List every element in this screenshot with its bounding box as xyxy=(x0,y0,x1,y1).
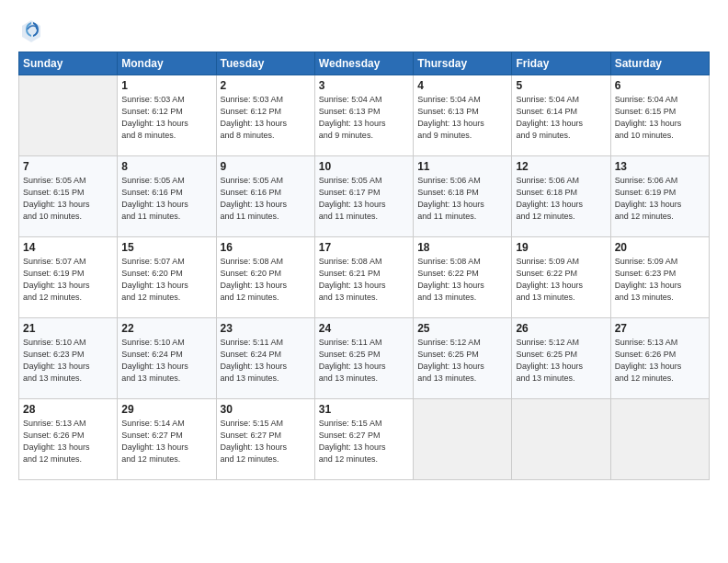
day-number: 19 xyxy=(516,241,606,254)
calendar-cell: 2Sunrise: 5:03 AMSunset: 6:12 PMDaylight… xyxy=(216,75,314,156)
calendar-cell: 23Sunrise: 5:11 AMSunset: 6:24 PMDayligh… xyxy=(216,318,314,399)
day-info: Sunrise: 5:05 AMSunset: 6:16 PMDaylight:… xyxy=(221,175,311,223)
calendar-cell: 4Sunrise: 5:04 AMSunset: 6:13 PMDaylight… xyxy=(414,75,512,156)
day-number: 16 xyxy=(221,241,311,254)
day-number: 31 xyxy=(319,403,409,416)
calendar-cell: 7Sunrise: 5:05 AMSunset: 6:15 PMDaylight… xyxy=(19,156,118,237)
day-info: Sunrise: 5:03 AMSunset: 6:12 PMDaylight:… xyxy=(121,94,211,142)
day-number: 7 xyxy=(23,160,113,173)
day-info: Sunrise: 5:05 AMSunset: 6:17 PMDaylight:… xyxy=(319,175,409,223)
calendar-cell: 3Sunrise: 5:04 AMSunset: 6:13 PMDaylight… xyxy=(314,75,413,156)
calendar-header-monday: Monday xyxy=(118,52,216,75)
day-number: 29 xyxy=(121,403,211,416)
day-number: 3 xyxy=(319,79,409,92)
calendar-header-wednesday: Wednesday xyxy=(314,52,413,75)
day-number: 26 xyxy=(516,322,606,335)
day-info: Sunrise: 5:04 AMSunset: 6:15 PMDaylight:… xyxy=(615,94,705,142)
day-info: Sunrise: 5:04 AMSunset: 6:13 PMDaylight:… xyxy=(417,94,507,142)
day-info: Sunrise: 5:15 AMSunset: 6:27 PMDaylight:… xyxy=(319,418,409,465)
day-info: Sunrise: 5:06 AMSunset: 6:18 PMDaylight:… xyxy=(417,175,507,223)
day-number: 10 xyxy=(319,160,409,173)
calendar-cell: 18Sunrise: 5:08 AMSunset: 6:22 PMDayligh… xyxy=(414,237,512,318)
calendar-cell xyxy=(414,399,512,480)
logo-icon xyxy=(18,17,44,42)
day-number: 27 xyxy=(615,322,705,335)
day-info: Sunrise: 5:11 AMSunset: 6:24 PMDaylight:… xyxy=(221,337,311,385)
day-info: Sunrise: 5:12 AMSunset: 6:25 PMDaylight:… xyxy=(516,337,606,385)
calendar-cell: 21Sunrise: 5:10 AMSunset: 6:23 PMDayligh… xyxy=(19,318,118,399)
day-info: Sunrise: 5:07 AMSunset: 6:19 PMDaylight:… xyxy=(23,256,113,304)
calendar-cell xyxy=(512,399,610,480)
calendar-cell: 24Sunrise: 5:11 AMSunset: 6:25 PMDayligh… xyxy=(314,318,413,399)
day-info: Sunrise: 5:08 AMSunset: 6:20 PMDaylight:… xyxy=(221,256,311,304)
header xyxy=(18,17,710,42)
day-info: Sunrise: 5:07 AMSunset: 6:20 PMDaylight:… xyxy=(121,256,211,304)
calendar-cell: 12Sunrise: 5:06 AMSunset: 6:18 PMDayligh… xyxy=(512,156,610,237)
day-info: Sunrise: 5:09 AMSunset: 6:22 PMDaylight:… xyxy=(516,256,606,304)
day-number: 8 xyxy=(121,160,211,173)
calendar-cell: 13Sunrise: 5:06 AMSunset: 6:19 PMDayligh… xyxy=(610,156,709,237)
day-number: 13 xyxy=(615,160,705,173)
day-info: Sunrise: 5:10 AMSunset: 6:24 PMDaylight:… xyxy=(121,337,211,385)
calendar-cell: 6Sunrise: 5:04 AMSunset: 6:15 PMDaylight… xyxy=(610,75,709,156)
calendar-cell: 1Sunrise: 5:03 AMSunset: 6:12 PMDaylight… xyxy=(118,75,216,156)
calendar-table: SundayMondayTuesdayWednesdayThursdayFrid… xyxy=(18,52,710,480)
day-number: 21 xyxy=(23,322,113,335)
calendar-week-5: 28Sunrise: 5:13 AMSunset: 6:26 PMDayligh… xyxy=(19,399,710,480)
calendar-cell: 11Sunrise: 5:06 AMSunset: 6:18 PMDayligh… xyxy=(414,156,512,237)
day-number: 1 xyxy=(121,79,211,92)
calendar-week-2: 7Sunrise: 5:05 AMSunset: 6:15 PMDaylight… xyxy=(19,156,710,237)
day-number: 12 xyxy=(516,160,606,173)
calendar-cell: 20Sunrise: 5:09 AMSunset: 6:23 PMDayligh… xyxy=(610,237,709,318)
calendar-cell: 17Sunrise: 5:08 AMSunset: 6:21 PMDayligh… xyxy=(314,237,413,318)
calendar-week-4: 21Sunrise: 5:10 AMSunset: 6:23 PMDayligh… xyxy=(19,318,710,399)
calendar-cell: 16Sunrise: 5:08 AMSunset: 6:20 PMDayligh… xyxy=(216,237,314,318)
calendar-week-1: 1Sunrise: 5:03 AMSunset: 6:12 PMDaylight… xyxy=(19,75,710,156)
calendar-cell: 30Sunrise: 5:15 AMSunset: 6:27 PMDayligh… xyxy=(216,399,314,480)
day-number: 30 xyxy=(221,403,311,416)
day-number: 2 xyxy=(221,79,311,92)
day-number: 25 xyxy=(417,322,507,335)
day-info: Sunrise: 5:06 AMSunset: 6:19 PMDaylight:… xyxy=(615,175,705,223)
day-info: Sunrise: 5:13 AMSunset: 6:26 PMDaylight:… xyxy=(23,418,113,465)
day-number: 4 xyxy=(417,79,507,92)
day-number: 24 xyxy=(319,322,409,335)
day-info: Sunrise: 5:14 AMSunset: 6:27 PMDaylight:… xyxy=(121,418,211,465)
day-number: 23 xyxy=(221,322,311,335)
calendar-cell: 27Sunrise: 5:13 AMSunset: 6:26 PMDayligh… xyxy=(610,318,709,399)
calendar-cell: 8Sunrise: 5:05 AMSunset: 6:16 PMDaylight… xyxy=(118,156,216,237)
day-number: 18 xyxy=(417,241,507,254)
calendar-header-row: SundayMondayTuesdayWednesdayThursdayFrid… xyxy=(19,52,710,75)
calendar-cell: 31Sunrise: 5:15 AMSunset: 6:27 PMDayligh… xyxy=(314,399,413,480)
calendar-cell xyxy=(19,75,118,156)
day-info: Sunrise: 5:04 AMSunset: 6:13 PMDaylight:… xyxy=(319,94,409,142)
day-number: 20 xyxy=(615,241,705,254)
calendar-header-saturday: Saturday xyxy=(610,52,709,75)
calendar-cell: 26Sunrise: 5:12 AMSunset: 6:25 PMDayligh… xyxy=(512,318,610,399)
day-number: 5 xyxy=(516,79,606,92)
calendar-cell: 19Sunrise: 5:09 AMSunset: 6:22 PMDayligh… xyxy=(512,237,610,318)
day-info: Sunrise: 5:12 AMSunset: 6:25 PMDaylight:… xyxy=(417,337,507,385)
day-info: Sunrise: 5:09 AMSunset: 6:23 PMDaylight:… xyxy=(615,256,705,304)
day-info: Sunrise: 5:15 AMSunset: 6:27 PMDaylight:… xyxy=(221,418,311,465)
calendar-cell: 10Sunrise: 5:05 AMSunset: 6:17 PMDayligh… xyxy=(314,156,413,237)
calendar-cell: 5Sunrise: 5:04 AMSunset: 6:14 PMDaylight… xyxy=(512,75,610,156)
day-number: 9 xyxy=(221,160,311,173)
calendar-cell: 22Sunrise: 5:10 AMSunset: 6:24 PMDayligh… xyxy=(118,318,216,399)
calendar-week-3: 14Sunrise: 5:07 AMSunset: 6:19 PMDayligh… xyxy=(19,237,710,318)
calendar-cell: 15Sunrise: 5:07 AMSunset: 6:20 PMDayligh… xyxy=(118,237,216,318)
day-number: 14 xyxy=(23,241,113,254)
calendar-header-sunday: Sunday xyxy=(19,52,118,75)
calendar-cell: 14Sunrise: 5:07 AMSunset: 6:19 PMDayligh… xyxy=(19,237,118,318)
day-info: Sunrise: 5:10 AMSunset: 6:23 PMDaylight:… xyxy=(23,337,113,385)
page: SundayMondayTuesdayWednesdayThursdayFrid… xyxy=(0,0,728,563)
calendar-header-friday: Friday xyxy=(512,52,610,75)
calendar-cell xyxy=(610,399,709,480)
logo xyxy=(18,17,48,42)
calendar-header-thursday: Thursday xyxy=(414,52,512,75)
day-number: 28 xyxy=(23,403,113,416)
calendar-cell: 28Sunrise: 5:13 AMSunset: 6:26 PMDayligh… xyxy=(19,399,118,480)
day-info: Sunrise: 5:03 AMSunset: 6:12 PMDaylight:… xyxy=(221,94,311,142)
calendar-header-tuesday: Tuesday xyxy=(216,52,314,75)
day-info: Sunrise: 5:05 AMSunset: 6:15 PMDaylight:… xyxy=(23,175,113,223)
